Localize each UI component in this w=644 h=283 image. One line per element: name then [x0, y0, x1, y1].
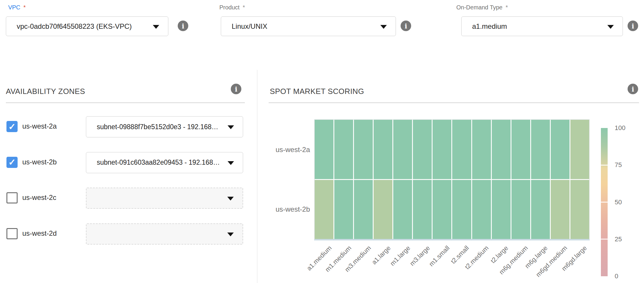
- zone-checkbox-us-west-2b[interactable]: ✓: [6, 157, 18, 168]
- x-axis-label: a1.large: [370, 244, 392, 266]
- heatmap-cell-us-west-2a-t2.medium: [472, 120, 491, 179]
- availability-zones-title: AVAILABILITY ZONES: [6, 87, 85, 96]
- heatmap-cell-us-west-2b-m6g.medium: [511, 180, 530, 239]
- on-demand-type-select-value: a1.medium: [472, 22, 507, 31]
- chevron-down-icon: [227, 197, 234, 201]
- product-info-icon[interactable]: i: [401, 21, 411, 31]
- vpc-select-value: vpc-0adcb70f645508223 (EKS-VPC): [17, 22, 132, 31]
- heatmap-cell-us-west-2b-m1.medium: [334, 180, 353, 239]
- heatmap: [314, 119, 590, 240]
- chevron-down-icon: [607, 25, 614, 29]
- vpc-label-text: VPC: [8, 4, 20, 11]
- heatmap-cell-us-west-2b-m3.medium: [354, 180, 373, 239]
- colorbar-tick-line: [601, 165, 608, 166]
- colorbar-tick-label: 0: [615, 272, 618, 280]
- chevron-down-icon: [227, 233, 234, 236]
- product-select-value: Linux/UNIX: [232, 22, 267, 31]
- colorbar-tick-line: [601, 202, 608, 203]
- chevron-down-icon: [153, 25, 159, 29]
- vpc-select[interactable]: vpc-0adcb70f645508223 (EKS-VPC): [6, 16, 168, 36]
- colorbar-tick-label: 25: [615, 235, 622, 243]
- heatmap-cell-us-west-2b-t2.large: [492, 180, 511, 239]
- subnet-select-us-west-2c[interactable]: [86, 188, 243, 209]
- zone-label-us-west-2d: us-west-2d: [22, 229, 57, 237]
- on-demand-type-select[interactable]: a1.medium: [461, 16, 623, 36]
- heatmap-cell-us-west-2b-m3.large: [413, 180, 432, 239]
- heatmap-cell-us-west-2b-m1.small: [433, 180, 451, 239]
- required-marker: *: [243, 4, 245, 11]
- heatmap-cell-us-west-2a-m1.medium: [334, 120, 353, 179]
- heatmap-colorbar: [601, 128, 608, 276]
- subnet-select-us-west-2d[interactable]: [86, 223, 243, 245]
- heatmap-cell-us-west-2b-m6g.large: [531, 180, 550, 239]
- on-demand-type-label-text: On-Demand Type: [456, 4, 503, 11]
- subnet-select-us-west-2a[interactable]: subnet-09888f7be5152d0e3 - 192.168…: [86, 116, 243, 137]
- y-axis-label: us-west-2b: [254, 205, 310, 213]
- heatmap-cell-us-west-2a-a1.medium: [315, 120, 333, 179]
- product-select[interactable]: Linux/UNIX: [221, 16, 396, 36]
- zone-label-us-west-2a: us-west-2a: [22, 122, 57, 130]
- x-axis-label: m3.large: [408, 244, 431, 267]
- heatmap-cell-us-west-2a-m6gd.large: [570, 120, 589, 179]
- heatmap-cell-us-west-2a-m6g.medium: [511, 120, 530, 179]
- spot-market-config-page: VPC * vpc-0adcb70f645508223 (EKS-VPC) i …: [0, 0, 644, 283]
- heatmap-cell-us-west-2a-a1.large: [374, 120, 392, 179]
- on-demand-type-info-icon[interactable]: i: [628, 21, 638, 31]
- availability-zones-info-icon[interactable]: i: [231, 84, 241, 94]
- x-axis-label: m1.large: [389, 244, 412, 267]
- heatmap-cell-us-west-2a-m1.large: [393, 120, 412, 179]
- chevron-down-icon: [228, 161, 234, 165]
- section-divider: [257, 70, 257, 283]
- vpc-info-icon[interactable]: i: [178, 21, 188, 31]
- chevron-down-icon: [380, 25, 387, 29]
- zone-checkbox-us-west-2c[interactable]: [6, 192, 18, 203]
- heatmap-cell-us-west-2a-m6gd.medium: [551, 120, 570, 179]
- heatmap-cell-us-west-2a-m1.small: [433, 120, 451, 179]
- colorbar-tick-line: [601, 239, 608, 240]
- y-axis-label: us-west-2a: [254, 146, 310, 154]
- heatmap-cell-us-west-2a-t2.small: [452, 120, 471, 179]
- spot-market-scoring-rule: [269, 102, 639, 103]
- zone-label-us-west-2b: us-west-2b: [22, 158, 57, 166]
- spot-market-scoring-info-icon[interactable]: i: [628, 84, 638, 94]
- colorbar-tick-label: 75: [615, 161, 622, 169]
- heatmap-cell-us-west-2b-a1.large: [374, 180, 392, 239]
- required-marker: *: [506, 4, 508, 11]
- heatmap-cell-us-west-2b-m1.large: [393, 180, 412, 239]
- colorbar-tick-label: 100: [615, 124, 626, 132]
- spot-market-scoring-title: SPOT MARKET SCORING: [270, 87, 364, 96]
- subnet-select-value: subnet-091c603aa82e09453 - 192.168…: [97, 159, 220, 166]
- vpc-label: VPC *: [8, 4, 26, 11]
- subnet-select-us-west-2b[interactable]: subnet-091c603aa82e09453 - 192.168…: [86, 152, 243, 173]
- zone-checkbox-us-west-2d[interactable]: [6, 228, 18, 239]
- heatmap-cell-us-west-2a-m6g.large: [531, 120, 550, 179]
- product-label: Product *: [219, 4, 245, 11]
- on-demand-type-label: On-Demand Type *: [456, 4, 508, 11]
- subnet-select-value: subnet-09888f7be5152d0e3 - 192.168…: [97, 123, 218, 131]
- zone-checkbox-us-west-2a[interactable]: ✓: [6, 121, 18, 132]
- heatmap-cell-us-west-2a-m3.medium: [354, 120, 373, 179]
- heatmap-cell-us-west-2b-t2.small: [452, 180, 471, 239]
- product-label-text: Product: [219, 4, 240, 11]
- heatmap-cell-us-west-2a-t2.large: [492, 120, 511, 179]
- heatmap-cell-us-west-2a-m3.large: [413, 120, 432, 179]
- chevron-down-icon: [228, 125, 234, 129]
- heatmap-cell-us-west-2b-m6gd.large: [570, 180, 589, 239]
- zone-label-us-west-2c: us-west-2c: [22, 193, 56, 202]
- heatmap-cell-us-west-2b-t2.medium: [472, 180, 491, 239]
- x-axis-label: m1.small: [427, 244, 451, 268]
- colorbar-tick-label: 50: [615, 198, 622, 206]
- heatmap-cell-us-west-2b-m6gd.medium: [551, 180, 570, 239]
- availability-zones-rule: [6, 102, 245, 103]
- heatmap-cell-us-west-2b-a1.medium: [315, 180, 333, 239]
- required-marker: *: [23, 4, 26, 11]
